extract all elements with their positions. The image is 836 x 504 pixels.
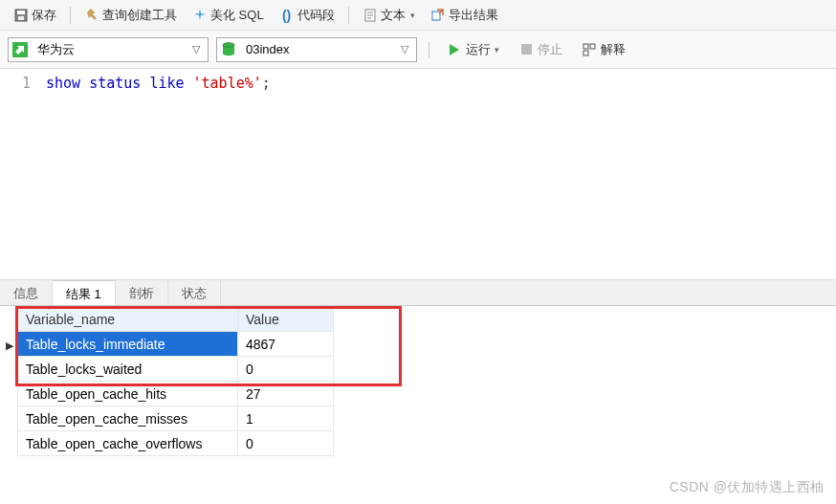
chevron-down-icon: ▾ [495, 45, 499, 55]
table-row[interactable]: Table_open_cache_hits 27 [18, 382, 334, 406]
query-builder-label: 查询创建工具 [102, 7, 177, 24]
table-row[interactable]: Table_open_cache_misses 1 [18, 406, 334, 431]
document-icon [363, 8, 378, 23]
svg-rect-14 [583, 51, 588, 55]
cell-value[interactable]: 27 [238, 382, 334, 406]
cell-value[interactable]: 4867 [238, 332, 334, 357]
run-button[interactable]: 运行 ▾ [441, 39, 505, 60]
play-icon [447, 42, 462, 57]
chevron-down-icon: ▾ [410, 11, 415, 20]
connection-selected: 华为云 [33, 41, 183, 58]
cell-variable-name[interactable]: Table_locks_immediate [18, 332, 238, 357]
chevron-down-icon: ▽ [188, 43, 204, 55]
svg-rect-2 [18, 16, 24, 20]
database-icon [221, 42, 236, 57]
table-row[interactable]: Table_open_cache_overflows 0 [18, 431, 334, 456]
tab-result-1[interactable]: 结果 1 [53, 280, 116, 305]
save-button[interactable]: 保存 [8, 5, 62, 26]
result-grid[interactable]: Variable_name Value Table_locks_immediat… [17, 306, 334, 456]
connection-toolbar: 华为云 ▽ 03index ▽ 运行 ▾ 停止 解释 [0, 31, 836, 69]
svg-rect-1 [17, 11, 25, 14]
connection-icon [12, 42, 28, 57]
save-icon [13, 8, 29, 23]
token-keyword: like [149, 75, 184, 92]
connection-dropdown[interactable]: 华为云 ▽ [8, 37, 209, 62]
token-string: 'table%' [193, 75, 262, 92]
line-gutter: 1 [0, 69, 40, 279]
separator [429, 41, 429, 58]
table-row[interactable]: Table_locks_waited 0 [18, 357, 334, 382]
column-header-name[interactable]: Variable_name [18, 307, 238, 332]
main-toolbar: 保存 查询创建工具 美化 SQL () 代码段 文本 ▾ 导出结果 [0, 0, 836, 31]
text-label: 文本 [381, 7, 406, 24]
cell-variable-name[interactable]: Table_open_cache_hits [18, 382, 238, 406]
save-label: 保存 [32, 7, 56, 24]
beautify-sql-button[interactable]: 美化 SQL [187, 5, 270, 26]
export-icon [430, 8, 446, 23]
database-dropdown[interactable]: 03index ▽ [216, 37, 417, 62]
tab-info[interactable]: 信息 [0, 280, 53, 305]
tab-profile[interactable]: 剖析 [116, 280, 168, 305]
export-button[interactable]: 导出结果 [425, 5, 504, 26]
svg-rect-12 [583, 44, 588, 49]
stop-icon [518, 42, 534, 57]
separator [348, 7, 349, 24]
beautify-label: 美化 SQL [210, 7, 264, 24]
cell-value[interactable]: 0 [238, 357, 334, 382]
sparkle-icon [192, 8, 208, 23]
explain-label: 解释 [601, 41, 626, 58]
export-label: 导出结果 [449, 7, 498, 24]
svg-rect-11 [521, 44, 532, 55]
chevron-down-icon: ▽ [397, 43, 412, 55]
hammer-icon [84, 8, 99, 23]
line-number: 1 [0, 75, 31, 92]
stop-label: 停止 [538, 41, 562, 58]
code-area[interactable]: show status like 'table%'; [40, 69, 836, 279]
column-header-value[interactable]: Value [238, 307, 334, 332]
watermark: CSDN @伏加特遇上西柚 [670, 479, 825, 496]
grid-header-row: Variable_name Value [18, 307, 334, 332]
result-tabs: 信息 结果 1 剖析 状态 [0, 279, 836, 306]
tab-status[interactable]: 状态 [168, 280, 221, 305]
snippets-label: 代码段 [297, 7, 335, 24]
cell-value[interactable]: 1 [238, 406, 334, 431]
cell-variable-name[interactable]: Table_open_cache_overflows [18, 431, 238, 456]
token-keyword: status [89, 75, 141, 92]
parentheses-icon: () [279, 8, 295, 23]
explain-button[interactable]: 解释 [576, 39, 631, 60]
database-selected: 03index [242, 42, 391, 56]
svg-rect-13 [590, 44, 595, 49]
token-keyword: show [46, 75, 80, 92]
stop-button: 停止 [513, 39, 568, 60]
cell-variable-name[interactable]: Table_locks_waited [18, 357, 238, 382]
query-builder-button[interactable]: 查询创建工具 [78, 5, 183, 26]
result-grid-area: ▶ Variable_name Value Table_locks_immedi… [0, 306, 836, 456]
token-punct: ; [262, 75, 271, 92]
sql-editor[interactable]: 1 show status like 'table%'; [0, 69, 836, 279]
separator [70, 7, 71, 24]
table-row[interactable]: Table_locks_immediate 4867 [18, 332, 334, 357]
text-button[interactable]: 文本 ▾ [357, 5, 421, 26]
cell-variable-name[interactable]: Table_open_cache_misses [18, 406, 238, 431]
run-label: 运行 [466, 41, 491, 58]
cell-value[interactable]: 0 [238, 431, 334, 456]
snippets-button[interactable]: () 代码段 [274, 5, 341, 26]
explain-icon [582, 42, 597, 57]
current-row-indicator: ▶ [6, 340, 13, 352]
